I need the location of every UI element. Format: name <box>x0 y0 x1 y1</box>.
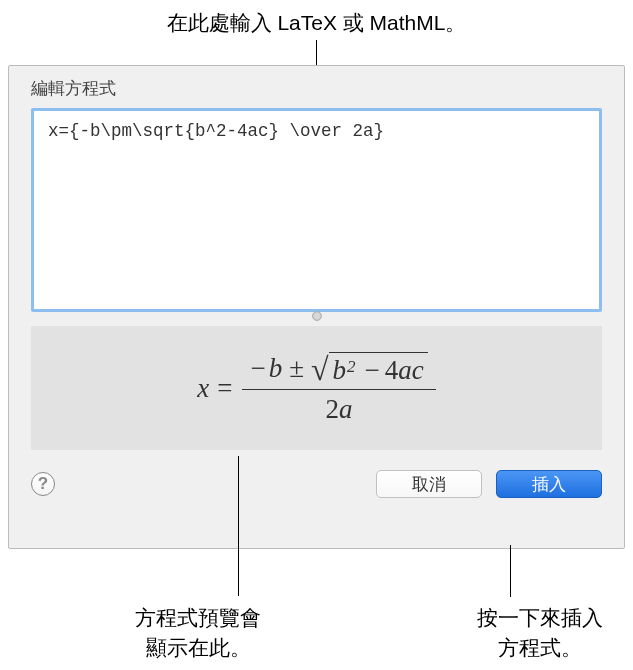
eq-four: 4 <box>385 355 399 386</box>
eq-fraction: − b ± √ b 2 − 4 a c <box>242 352 435 425</box>
cancel-button[interactable]: 取消 <box>376 470 482 498</box>
eq-two: 2 <box>326 394 340 424</box>
annotation-insert-line1: 按一下來插入 <box>477 606 603 629</box>
eq-plusminus: ± <box>289 353 304 384</box>
annotation-preview-line2: 顯示在此。 <box>146 636 251 659</box>
equation-preview: x = − b ± √ b 2 − 4 a c <box>31 326 602 450</box>
annotation-insert-line2: 方程式。 <box>498 636 582 659</box>
rendered-equation: x = − b ± √ b 2 − 4 a c <box>197 352 436 425</box>
eq-denominator: 2a <box>326 390 353 425</box>
annotation-insert-hint: 按一下來插入 方程式。 <box>477 603 603 662</box>
button-row: ? 取消 插入 <box>31 470 602 498</box>
eq-a: a <box>398 355 412 386</box>
eq-equals: = <box>217 373 232 404</box>
annotation-preview-line1: 方程式預覽會 <box>135 606 261 629</box>
eq-b: b <box>269 353 283 384</box>
annotation-preview-hint: 方程式預覽會 顯示在此。 <box>135 603 261 662</box>
eq-radicand: b 2 − 4 a c <box>329 352 428 386</box>
resize-handle[interactable] <box>312 311 322 321</box>
insert-button[interactable]: 插入 <box>496 470 602 498</box>
eq-variable-x: x <box>197 373 209 404</box>
equation-editor-dialog: 編輯方程式 x = − b ± √ b 2 − 4 <box>8 65 625 549</box>
dialog-title: 編輯方程式 <box>31 77 602 100</box>
help-icon[interactable]: ? <box>31 472 55 496</box>
leader-line-preview <box>238 456 239 596</box>
equation-input[interactable] <box>31 108 602 312</box>
eq-b2: b <box>333 355 347 386</box>
annotation-input-hint: 在此處輸入 LaTeX 或 MathML。 <box>167 8 467 37</box>
leader-line-insert <box>510 545 511 597</box>
eq-a-denom: a <box>339 394 353 424</box>
eq-sqrt-symbol: √ <box>311 355 329 384</box>
eq-numerator: − b ± √ b 2 − 4 a c <box>242 352 435 390</box>
eq-minus: − <box>250 353 265 384</box>
eq-c: c <box>412 355 424 386</box>
eq-sqrt: √ b 2 − 4 a c <box>311 352 428 386</box>
eq-minus-inner: − <box>365 355 380 386</box>
eq-superscript-2: 2 <box>347 357 356 377</box>
